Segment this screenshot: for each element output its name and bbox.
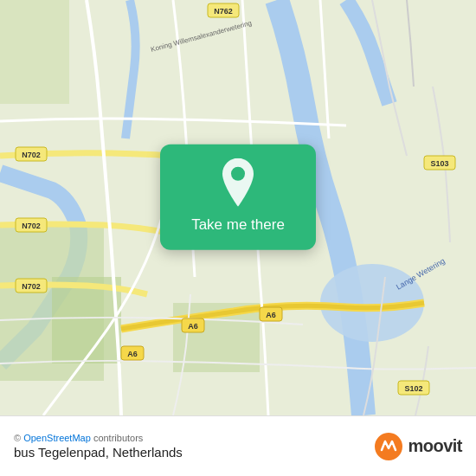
svg-text:A6: A6 <box>188 322 198 331</box>
openstreetmap-link[interactable]: OpenStreetMap <box>23 433 91 443</box>
svg-text:N702: N702 <box>22 222 41 230</box>
svg-rect-5 <box>0 0 69 104</box>
location-name: bus Tegelenpad, Netherlands <box>14 445 183 460</box>
svg-text:S102: S102 <box>404 384 422 393</box>
svg-text:N762: N762 <box>214 7 233 16</box>
popup-overlay[interactable]: Take me there <box>160 145 316 250</box>
moovit-text: moovit <box>408 436 462 456</box>
svg-text:A6: A6 <box>127 350 138 358</box>
footer: © OpenStreetMap contributors bus Tegelen… <box>0 415 476 476</box>
svg-text:A6: A6 <box>266 311 276 319</box>
copyright-symbol: © <box>14 433 23 443</box>
map-container: N702 N702 N702 A6 A6 A6 S103 S102 N762 L… <box>0 0 476 415</box>
moovit-logo: moovit <box>373 431 462 462</box>
svg-text:S103: S103 <box>430 159 448 168</box>
take-me-there-button[interactable]: Take me there <box>191 215 285 235</box>
svg-point-26 <box>231 167 245 181</box>
copyright-contributors: contributors <box>91 433 144 443</box>
copyright-text: © OpenStreetMap contributors <box>14 433 183 443</box>
svg-text:N702: N702 <box>22 151 41 159</box>
svg-text:N702: N702 <box>22 282 41 291</box>
footer-left: © OpenStreetMap contributors bus Tegelen… <box>14 433 183 460</box>
location-pin-icon <box>217 158 259 207</box>
moovit-icon <box>373 431 404 462</box>
